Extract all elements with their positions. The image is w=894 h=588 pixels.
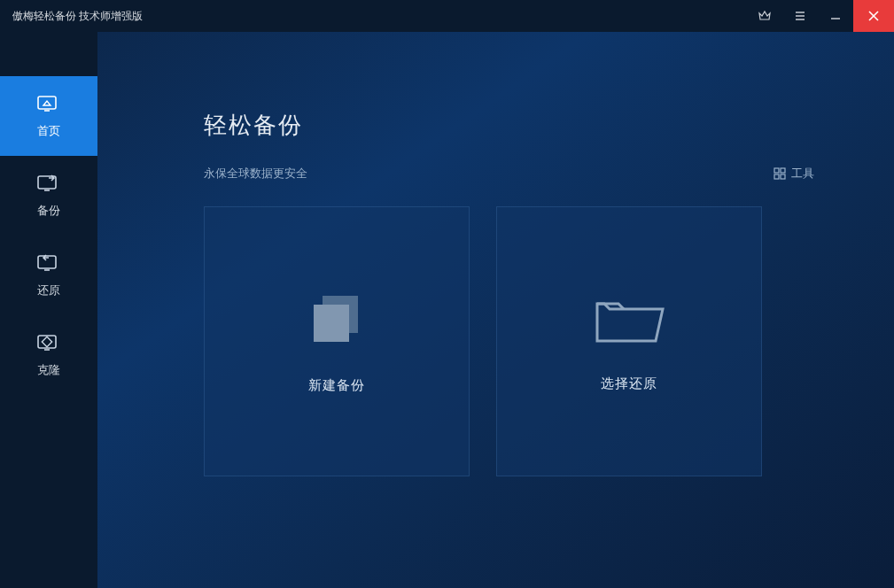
minimize-button[interactable]: [818, 0, 853, 32]
tools-label: 工具: [791, 166, 814, 182]
folder-icon: [592, 291, 667, 349]
sidebar-item-backup[interactable]: 备份: [0, 156, 97, 236]
svg-rect-15: [774, 168, 779, 173]
sidebar: 首页 备份 还原: [0, 32, 97, 588]
menu-icon: [793, 9, 807, 23]
page-title: 轻松备份: [204, 110, 814, 141]
sidebar-item-clone[interactable]: 克隆: [0, 315, 97, 395]
sidebar-item-label: 备份: [37, 203, 60, 219]
svg-rect-18: [781, 174, 785, 179]
svg-rect-20: [314, 305, 349, 342]
app-title: 傲梅轻松备份 技术师增强版: [12, 9, 143, 24]
clone-icon: [36, 332, 61, 353]
backup-icon: [36, 173, 61, 194]
svg-rect-6: [38, 97, 56, 109]
svg-rect-13: [42, 337, 51, 346]
card-label: 新建备份: [308, 377, 365, 394]
minimize-icon: [828, 9, 843, 23]
page-subtitle: 永保全球数据更安全: [204, 166, 307, 182]
sidebar-item-label: 克隆: [37, 362, 60, 378]
grid-icon: [774, 167, 786, 180]
title-bar: 傲梅轻松备份 技术师增强版: [0, 0, 894, 32]
restore-icon: [36, 252, 61, 274]
close-icon: [867, 10, 880, 22]
close-button[interactable]: [853, 0, 894, 32]
card-label: 选择还原: [601, 375, 657, 392]
card-new-backup[interactable]: 新建备份: [204, 206, 470, 476]
sidebar-item-label: 首页: [37, 123, 60, 139]
tools-link[interactable]: 工具: [774, 166, 814, 182]
sidebar-item-restore[interactable]: 还原: [0, 236, 97, 315]
main-content: 轻松备份 永保全球数据更安全 工具: [97, 32, 894, 588]
svg-rect-16: [781, 168, 785, 173]
menu-button[interactable]: [782, 0, 818, 32]
card-restore[interactable]: 选择还原: [496, 206, 762, 476]
crown-icon: [758, 9, 772, 23]
crown-button[interactable]: [747, 0, 782, 32]
home-icon: [36, 93, 61, 114]
stack-icon: [301, 289, 372, 351]
sidebar-item-home[interactable]: 首页: [0, 76, 97, 156]
sidebar-item-label: 还原: [37, 282, 60, 298]
svg-rect-17: [774, 174, 779, 179]
